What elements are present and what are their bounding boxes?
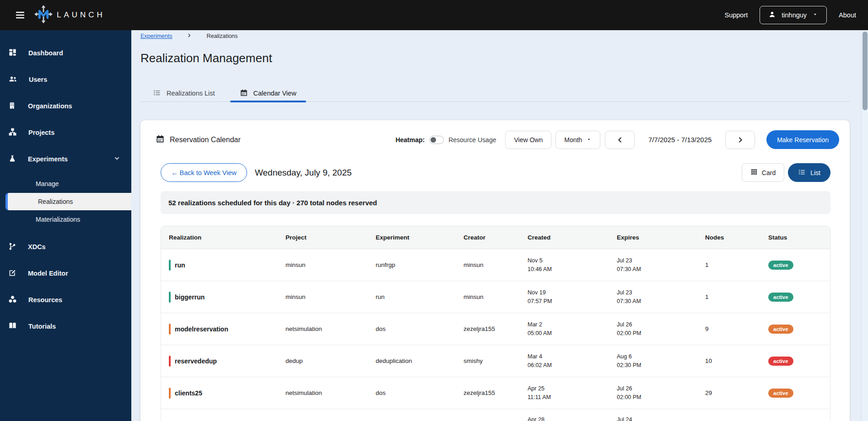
nodes-cell: 1 bbox=[705, 293, 768, 300]
sidebar-item-label: Experiments bbox=[28, 155, 68, 163]
heatmap-toggle[interactable] bbox=[429, 136, 444, 144]
realization-name: run bbox=[175, 261, 185, 269]
created-cell: Nov 1907:57 PM bbox=[528, 288, 617, 306]
sidebar-item-label: Dashboard bbox=[28, 49, 63, 57]
tab-realizations-list[interactable]: Realizations List bbox=[140, 85, 227, 101]
creator-cell: minsun bbox=[464, 261, 528, 268]
about-link[interactable]: About bbox=[839, 11, 856, 19]
tab-label: Realizations List bbox=[167, 90, 215, 97]
chevron-down-icon bbox=[113, 155, 120, 163]
sidebar-item-users[interactable]: Users bbox=[0, 66, 131, 93]
card-view-toggle[interactable]: Card bbox=[742, 163, 784, 182]
creator-cell: zezeljra155 bbox=[464, 389, 528, 396]
period-select-button[interactable]: Month bbox=[555, 131, 600, 149]
column-header: Realization bbox=[169, 234, 286, 241]
sidebar-subitem-materializations[interactable]: Materializations bbox=[0, 211, 131, 228]
table-row[interactable]: reservededup dedup deduplication smishy … bbox=[161, 345, 830, 377]
status-badge: active bbox=[768, 293, 793, 302]
user-menu[interactable]: tinhnguy bbox=[760, 6, 827, 24]
caret-down-icon bbox=[586, 136, 592, 144]
list-icon bbox=[153, 89, 161, 98]
realization-name: reservededup bbox=[175, 357, 217, 365]
sidebar: Dashboard Users Organizations Projects E… bbox=[0, 30, 131, 421]
calendar-section-title: Reservation Calendar bbox=[156, 134, 241, 145]
brand-logo[interactable]: LAUNCH bbox=[34, 5, 105, 26]
status-badge: active bbox=[768, 325, 793, 334]
experiment-cell: runfrgp bbox=[376, 261, 464, 268]
book-open-icon bbox=[8, 321, 17, 331]
sidebar-item-model-editor[interactable]: Model Editor bbox=[0, 260, 131, 287]
calendar-icon bbox=[240, 89, 248, 98]
calendar-icon bbox=[156, 134, 165, 145]
nodes-cell: 10 bbox=[705, 357, 768, 364]
expires-cell: Jul 2307:30 AM bbox=[617, 288, 705, 306]
sidebar-item-experiments[interactable]: Experiments bbox=[0, 146, 131, 172]
day-summary-banner: 52 realizations scheduled for this day ·… bbox=[161, 191, 830, 214]
table-row[interactable]: run minsun runfrgp minsun Nov 510:46 AM … bbox=[161, 249, 830, 281]
list-view-toggle[interactable]: List bbox=[788, 163, 830, 182]
sidebar-subitem-realizations[interactable]: Realizations bbox=[5, 193, 131, 210]
table-row-partial[interactable]: Apr 28 Jul 24 bbox=[161, 409, 830, 421]
experiment-cell: dos bbox=[376, 389, 464, 396]
column-header: Nodes bbox=[705, 234, 768, 241]
created-cell: Mar 406:02 AM bbox=[528, 352, 617, 370]
project-cell: netsimulation bbox=[286, 389, 376, 396]
launch-logo-icon bbox=[34, 5, 53, 26]
realization-name: biggerrun bbox=[175, 293, 205, 301]
navbar-left: LAUNCH bbox=[0, 5, 105, 26]
sidebar-item-resources[interactable]: Resources bbox=[0, 287, 131, 313]
hamburger-menu-icon[interactable] bbox=[15, 10, 26, 21]
sidebar-item-label: Model Editor bbox=[28, 270, 68, 277]
sidebar-item-projects[interactable]: Projects bbox=[0, 119, 131, 146]
vertical-scrollbar[interactable] bbox=[861, 30, 868, 421]
project-cell: minsun bbox=[286, 261, 376, 268]
sidebar-subitem-manage[interactable]: Manage bbox=[0, 175, 131, 192]
experiments-submenu: Manage Realizations Materializations bbox=[0, 175, 131, 228]
breadcrumb-experiments-link[interactable]: Experiments bbox=[140, 33, 172, 39]
experiment-cell: run bbox=[376, 293, 464, 300]
column-header: Experiment bbox=[376, 234, 464, 241]
scrollbar-thumb[interactable] bbox=[863, 32, 868, 110]
caret-down-icon bbox=[812, 11, 818, 19]
subitem-label: Manage bbox=[36, 180, 59, 187]
table-row[interactable]: clients25 netsimulation dos zezeljra155 … bbox=[161, 377, 830, 409]
table-row[interactable]: biggerrun minsun run minsun Nov 1907:57 … bbox=[161, 281, 830, 313]
day-view-header: ← Back to Week View Wednesday, July 9, 2… bbox=[161, 163, 830, 182]
status-badge: active bbox=[768, 389, 793, 398]
created-cell: Apr 28 bbox=[528, 409, 617, 421]
active-tab-underline bbox=[230, 101, 306, 102]
tab-calendar-view[interactable]: Calendar View bbox=[227, 85, 309, 101]
nodes-cell: 9 bbox=[705, 325, 768, 332]
day-title: Wednesday, July 9, 2025 bbox=[255, 168, 352, 178]
sidebar-item-xdcs[interactable]: XDCs bbox=[0, 234, 131, 260]
column-header: Project bbox=[286, 234, 376, 241]
back-to-week-view-button[interactable]: ← Back to Week View bbox=[161, 163, 247, 182]
table-row[interactable]: modelreservation netsimulation dos zezel… bbox=[161, 313, 830, 345]
support-link[interactable]: Support bbox=[724, 11, 748, 19]
page-title: Realization Management bbox=[140, 51, 272, 65]
creator-cell: smishy bbox=[464, 357, 528, 364]
created-cell: Mar 205:00 AM bbox=[528, 320, 617, 338]
period-label: Month bbox=[564, 136, 582, 144]
next-week-button[interactable] bbox=[725, 131, 755, 149]
sidebar-item-dashboard[interactable]: Dashboard bbox=[0, 40, 131, 66]
status-color-bar bbox=[169, 356, 171, 367]
brand-name: LAUNCH bbox=[57, 11, 105, 20]
list-toggle-label: List bbox=[810, 169, 820, 176]
sidebar-item-label: Users bbox=[29, 76, 47, 83]
calendar-title-label: Reservation Calendar bbox=[170, 136, 241, 144]
expires-cell: Jul 2307:30 AM bbox=[617, 256, 705, 274]
navbar-right: Support tinhnguy About bbox=[724, 6, 868, 24]
status-color-bar bbox=[169, 292, 171, 303]
calendar-toolbar: Reservation Calendar Heatmap: Resource U… bbox=[156, 130, 839, 149]
view-own-button[interactable]: View Own bbox=[505, 131, 551, 149]
realization-name: clients25 bbox=[175, 389, 202, 397]
make-reservation-button[interactable]: Make Reservation bbox=[766, 130, 839, 149]
sidebar-item-label: Resources bbox=[28, 296, 62, 304]
previous-week-button[interactable] bbox=[605, 131, 635, 149]
sidebar-item-organizations[interactable]: Organizations bbox=[0, 93, 131, 119]
column-header: Expires bbox=[617, 234, 705, 241]
sidebar-item-label: XDCs bbox=[28, 243, 46, 250]
experiment-cell: dos bbox=[376, 325, 464, 332]
sidebar-item-tutorials[interactable]: Tutorials bbox=[0, 313, 131, 340]
